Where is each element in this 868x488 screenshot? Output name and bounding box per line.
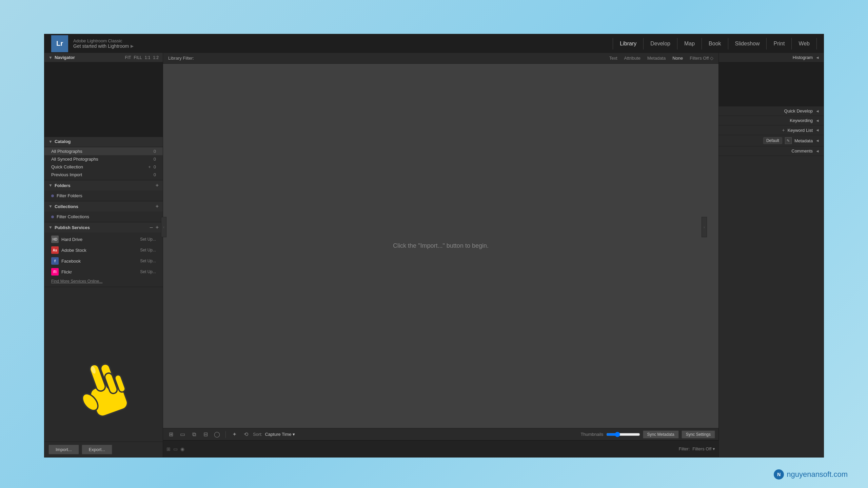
menu-book[interactable]: Book bbox=[702, 38, 728, 49]
cursor-hand bbox=[68, 349, 142, 427]
publish-flickr[interactable]: Fl Flickr Set Up... bbox=[44, 266, 163, 277]
menu-map[interactable]: Map bbox=[677, 38, 702, 49]
publish-content: HD Hard Drive Set Up... As Adobe Stock S… bbox=[44, 232, 163, 287]
collections-add[interactable]: + bbox=[156, 203, 159, 209]
keyword-list-plus[interactable]: + bbox=[782, 127, 785, 133]
export-button[interactable]: Export... bbox=[82, 445, 112, 454]
subtitle-arrow: ▶ bbox=[131, 44, 134, 48]
menu-print[interactable]: Print bbox=[767, 38, 792, 49]
catalog-all-photos[interactable]: All Photographs 0 bbox=[44, 147, 163, 155]
filmstrip-filter-value[interactable]: Filters Off ▾ bbox=[692, 446, 715, 451]
find-more-services[interactable]: Find More Services Online... bbox=[44, 277, 163, 285]
catalog-synced[interactable]: All Synced Photographs 0 bbox=[44, 155, 163, 163]
catalog-quick-count: 0 bbox=[154, 164, 156, 169]
publish-hard-drive[interactable]: HD Hard Drive Set Up... bbox=[44, 234, 163, 245]
sync-settings-btn[interactable]: Sync Settings bbox=[682, 430, 715, 439]
catalog-quick-collection[interactable]: Quick Collection + 0 bbox=[44, 163, 163, 171]
watermark-icon: N bbox=[774, 469, 784, 480]
rotate-btn[interactable]: ⟲ bbox=[241, 430, 250, 439]
filter-metadata[interactable]: Metadata bbox=[647, 56, 666, 61]
right-panel-collapse-btn[interactable]: › bbox=[702, 217, 707, 237]
keywording-header[interactable]: Keywording ◄ bbox=[719, 116, 824, 125]
toolbar-sep-1 bbox=[225, 431, 226, 438]
menu-web[interactable]: Web bbox=[792, 38, 817, 49]
sort-label: Sort: bbox=[253, 432, 262, 437]
metadata-header[interactable]: Default ✎ Metadata ◄ bbox=[719, 135, 824, 146]
catalog-section: ▼ Catalog All Photographs 0 All Synced P… bbox=[44, 137, 163, 180]
flickr-setup[interactable]: Set Up... bbox=[140, 269, 156, 274]
filmstrip-icon-3[interactable]: ◉ bbox=[180, 446, 184, 452]
survey-view-btn[interactable]: ⊟ bbox=[201, 430, 210, 439]
publish-services-add[interactable]: + bbox=[156, 224, 159, 230]
flickr-icon: Fl bbox=[51, 268, 59, 276]
sync-metadata-btn[interactable]: Sync Metadata bbox=[643, 430, 679, 439]
grid-view-btn[interactable]: ⊞ bbox=[166, 430, 175, 439]
loupe-view-btn[interactable]: ▭ bbox=[178, 430, 187, 439]
publish-adobe-stock[interactable]: As Adobe Stock Set Up... bbox=[44, 245, 163, 256]
sort-value[interactable]: Capture Time ▾ bbox=[265, 432, 295, 437]
filter-folders-dot bbox=[51, 195, 54, 197]
app-title-area: Adobe Lightroom Classic Get started with… bbox=[73, 38, 134, 49]
nav-fit[interactable]: FIT bbox=[125, 55, 131, 60]
catalog-quick-label: Quick Collection bbox=[51, 164, 147, 169]
filter-none[interactable]: None bbox=[672, 56, 683, 61]
filter-folders-label: Filter Folders bbox=[57, 193, 82, 198]
folders-header[interactable]: ▼ Folders + bbox=[44, 180, 163, 190]
navigator-header[interactable]: ▼ Navigator FIT FILL 1:1 1:2 bbox=[44, 53, 163, 62]
spray-btn[interactable]: ✦ bbox=[230, 430, 239, 439]
navigator-preview bbox=[44, 62, 163, 137]
folders-content: Filter Folders bbox=[44, 190, 163, 201]
collections-header[interactable]: ▼ Collections + bbox=[44, 201, 163, 211]
filter-collections-item[interactable]: Filter Collections bbox=[44, 213, 163, 221]
facebook-setup[interactable]: Set Up... bbox=[140, 259, 156, 263]
folders-add[interactable]: + bbox=[156, 182, 159, 188]
catalog-previous-import[interactable]: Previous Import 0 bbox=[44, 171, 163, 179]
publish-services-minus[interactable]: – bbox=[150, 224, 153, 230]
left-panel-collapse-btn[interactable]: ‹ bbox=[161, 217, 166, 237]
filter-bar-label: Library Filter: bbox=[168, 56, 194, 61]
filmstrip-icon-2[interactable]: ▭ bbox=[173, 446, 178, 452]
menu-develop[interactable]: Develop bbox=[644, 38, 677, 49]
watermark: N nguyenansoft.com bbox=[774, 469, 848, 480]
app-window: Lr Adobe Lightroom Classic Get started w… bbox=[44, 34, 824, 458]
histogram-header[interactable]: Histogram ◄ bbox=[719, 53, 824, 62]
quick-develop-label: Quick Develop bbox=[784, 108, 813, 114]
publish-facebook[interactable]: f Facebook Set Up... bbox=[44, 256, 163, 266]
catalog-all-photos-label: All Photographs bbox=[51, 149, 151, 154]
metadata-label: Metadata bbox=[794, 138, 813, 143]
thumbnails-slider[interactable] bbox=[606, 432, 640, 437]
menu-bar: Lr Adobe Lightroom Classic Get started w… bbox=[44, 34, 824, 53]
publish-services-header[interactable]: ▼ Publish Services – + bbox=[44, 222, 163, 232]
metadata-preset[interactable]: Default bbox=[763, 137, 782, 144]
thumbnails-label: Thumbnails bbox=[580, 432, 603, 437]
right-panel: Histogram ◄ Quick Develop ◄ Keywording ◄… bbox=[718, 53, 824, 457]
filter-folders-item[interactable]: Filter Folders bbox=[44, 192, 163, 200]
filter-text[interactable]: Text bbox=[609, 56, 617, 61]
collections-arrow: ▼ bbox=[48, 204, 53, 209]
nav-1-2[interactable]: 1:2 bbox=[153, 55, 159, 60]
filmstrip-icon-1[interactable]: ⊞ bbox=[166, 446, 171, 452]
nav-1-1[interactable]: 1:1 bbox=[145, 55, 151, 60]
import-button[interactable]: Import... bbox=[48, 445, 79, 454]
bottom-buttons: Import... Export... bbox=[44, 442, 163, 457]
filmstrip-filter: Filter: Filters Off ▾ bbox=[679, 446, 715, 451]
bottom-toolbar: ⊞ ▭ ⧉ ⊟ ◯ ✦ ⟲ Sort: Capture Time ▾ Thumb… bbox=[163, 428, 718, 440]
publish-services-section: ▼ Publish Services – + HD Hard Drive Set… bbox=[44, 222, 163, 287]
people-view-btn[interactable]: ◯ bbox=[213, 430, 221, 439]
app-subtitle: Get started with Lightroom ▶ bbox=[73, 43, 134, 49]
catalog-prev-label: Previous Import bbox=[51, 172, 151, 177]
compare-view-btn[interactable]: ⧉ bbox=[190, 430, 198, 439]
hard-drive-setup[interactable]: Set Up... bbox=[140, 237, 156, 242]
comments-header[interactable]: Comments ◄ bbox=[719, 146, 824, 156]
collections-content: Filter Collections bbox=[44, 211, 163, 222]
filter-attribute[interactable]: Attribute bbox=[624, 56, 640, 61]
menu-library[interactable]: Library bbox=[613, 38, 644, 49]
adobe-stock-setup[interactable]: Set Up... bbox=[140, 248, 156, 252]
menu-slideshow[interactable]: Slideshow bbox=[728, 38, 767, 49]
quick-develop-header[interactable]: Quick Develop ◄ bbox=[719, 106, 824, 116]
hard-drive-label: Hard Drive bbox=[61, 237, 140, 242]
keyword-list-header[interactable]: + Keyword List ◄ bbox=[719, 125, 824, 135]
catalog-header[interactable]: ▼ Catalog bbox=[44, 137, 163, 146]
nav-fill[interactable]: FILL bbox=[134, 55, 142, 60]
comments-arrow: ◄ bbox=[815, 149, 820, 154]
